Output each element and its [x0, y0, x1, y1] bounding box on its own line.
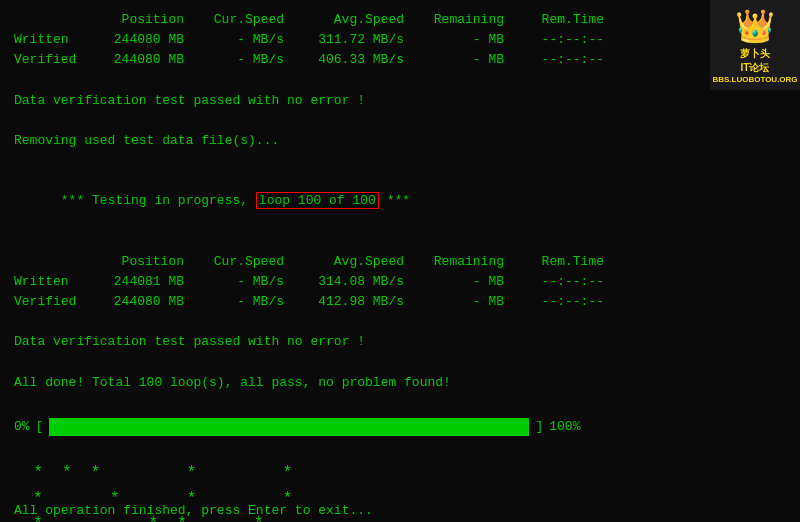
corner-emoji: 👑 [735, 7, 775, 47]
verified-label-1: Verified [14, 50, 84, 70]
written-position-2: 244081 MB [84, 272, 194, 292]
removing-message: Removing used test data file(s)... [14, 131, 706, 151]
blank-line-2 [14, 111, 706, 131]
pass-message-1: Data verification test passed with no er… [14, 91, 706, 111]
blank-line-6 [14, 352, 706, 372]
verified-row-2: Verified 244080 MB - MB/s 412.98 MB/s - … [14, 292, 706, 312]
blank-line-5 [14, 312, 706, 332]
verified-label-2: Verified [14, 292, 84, 312]
progress-bar-container: 0% [ ] 100% [14, 417, 706, 437]
table-header-2: Position Cur.Speed Avg.Speed Remaining R… [14, 252, 706, 272]
col-position-label-2: Position [84, 252, 194, 272]
written-position-1: 244080 MB [84, 30, 194, 50]
written-row-1: Written 244080 MB - MB/s 311.72 MB/s - M… [14, 30, 706, 50]
corner-text-2: IT论坛 [741, 61, 770, 75]
blank-line-8 [14, 441, 706, 461]
written-curspeed-1: - MB/s [194, 30, 294, 50]
col-avgspeed-label-2: Avg.Speed [294, 252, 414, 272]
col-remaining-label-2: Remaining [414, 252, 514, 272]
progress-bracket-open: [ [36, 417, 44, 437]
col-position-label: Position [84, 10, 194, 30]
table-header-1: Position Cur.Speed Avg.Speed Remaining R… [14, 10, 706, 30]
verified-curspeed-1: - MB/s [194, 50, 294, 70]
col-curspeed-label: Cur.Speed [194, 10, 294, 30]
pass-message-2: Data verification test passed with no er… [14, 332, 706, 352]
blank-line-4 [14, 232, 706, 252]
written-label-2: Written [14, 272, 84, 292]
loop-highlight: loop 100 of 100 [256, 192, 379, 209]
verified-remtime-2: --:--:-- [514, 292, 604, 312]
corner-text-1: 萝卜头 [740, 47, 770, 61]
corner-logo: 👑 萝卜头 IT论坛 BBS.LUOBOTOU.ORG [710, 0, 800, 90]
written-remaining-2: - MB [414, 272, 514, 292]
col-curspeed-label-2: Cur.Speed [194, 252, 294, 272]
written-avgspeed-2: 314.08 MB/s [294, 272, 414, 292]
asterisk-row-1: * * * * * [14, 461, 706, 487]
written-row-2: Written 244081 MB - MB/s 314.08 MB/s - M… [14, 272, 706, 292]
verified-avgspeed-2: 412.98 MB/s [294, 292, 414, 312]
progress-end-label: 100% [549, 417, 580, 437]
corner-text-3: BBS.LUOBOTOU.ORG [712, 75, 797, 84]
blank-line-1 [14, 70, 706, 90]
alldone-message: All done! Total 100 loop(s), all pass, n… [14, 373, 706, 393]
verified-curspeed-2: - MB/s [194, 292, 294, 312]
verified-avgspeed-1: 406.33 MB/s [294, 50, 414, 70]
progress-bracket-close: ] [535, 417, 543, 437]
verified-position-2: 244080 MB [84, 292, 194, 312]
col-remaining-label: Remaining [414, 10, 514, 30]
written-curspeed-2: - MB/s [194, 272, 294, 292]
progress-start-label: 0% [14, 417, 30, 437]
col-remtime-label-2: Rem.Time [514, 252, 604, 272]
terminal-output: Position Cur.Speed Avg.Speed Remaining R… [0, 0, 720, 522]
final-line: All operation finished, press Enter to e… [0, 499, 720, 522]
blank-line-3 [14, 151, 706, 171]
verified-row-1: Verified 244080 MB - MB/s 406.33 MB/s - … [14, 50, 706, 70]
written-remaining-1: - MB [414, 30, 514, 50]
verified-remaining-2: - MB [414, 292, 514, 312]
col-avgspeed-label: Avg.Speed [294, 10, 414, 30]
verified-remtime-1: --:--:-- [514, 50, 604, 70]
written-avgspeed-1: 311.72 MB/s [294, 30, 414, 50]
blank-line-7 [14, 393, 706, 413]
written-remtime-2: --:--:-- [514, 272, 604, 292]
written-remtime-1: --:--:-- [514, 30, 604, 50]
written-label-1: Written [14, 30, 84, 50]
testing-prefix: *** Testing in progress, [45, 193, 256, 208]
verified-position-1: 244080 MB [84, 50, 194, 70]
verified-remaining-1: - MB [414, 50, 514, 70]
testing-suffix: *** [379, 193, 410, 208]
testing-in-progress: *** Testing in progress, loop 100 of 100… [14, 171, 706, 231]
col-remtime-label: Rem.Time [514, 10, 604, 30]
progress-bar [49, 418, 529, 436]
